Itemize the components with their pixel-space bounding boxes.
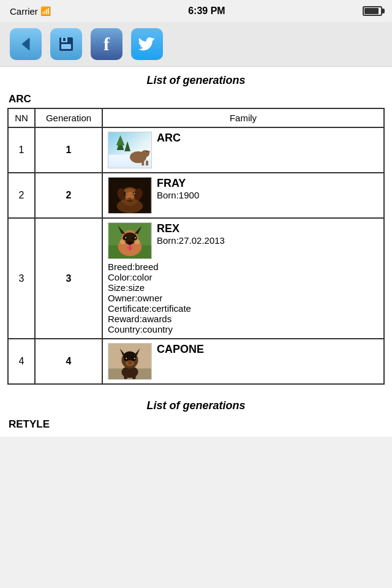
status-bar: Carrier 📶 6:39 PM xyxy=(0,0,392,22)
svg-rect-14 xyxy=(141,160,144,165)
row3-dog-image xyxy=(108,222,152,259)
row1-family[interactable]: ARC xyxy=(102,127,384,173)
col-header-nn: NN xyxy=(8,108,35,127)
col-header-family: Family xyxy=(102,108,384,127)
svg-rect-58 xyxy=(132,374,136,379)
row3-country: Country:country xyxy=(108,324,379,334)
svg-point-39 xyxy=(127,241,132,245)
row3-family[interactable]: REX Born:27.02.2013 Breed:breed xyxy=(102,218,384,339)
wifi-icon: 📶 xyxy=(40,6,51,16)
row1-dog-name: ARC xyxy=(157,132,181,145)
svg-point-13 xyxy=(146,151,148,152)
row4-dog-name: CAPONE xyxy=(157,343,204,356)
row2-dog-name: FRAY xyxy=(157,177,199,190)
svg-point-27 xyxy=(125,192,134,199)
row3-dog-details: Breed:breed Color:color Size:size Owner:… xyxy=(108,262,379,334)
row4-family[interactable]: CAPONE xyxy=(102,339,384,384)
svg-point-43 xyxy=(134,239,140,244)
save-button[interactable] xyxy=(50,28,82,60)
svg-point-53 xyxy=(126,358,127,359)
svg-rect-3 xyxy=(61,44,71,49)
row3-size: Size:size xyxy=(108,282,379,293)
row4-dog-image xyxy=(108,343,152,380)
row1-gen: 1 xyxy=(35,127,102,173)
carrier-text: Carrier 📶 xyxy=(10,6,51,17)
row3-breed: Breed:breed xyxy=(108,262,379,272)
row2-family[interactable]: FRAY Born:1900 xyxy=(102,173,384,218)
table-row: 2 2 xyxy=(8,173,384,218)
row2-nn: 2 xyxy=(8,173,35,218)
row3-nn: 3 xyxy=(8,218,35,339)
svg-point-56 xyxy=(126,360,134,366)
table-row: 4 4 xyxy=(8,339,384,384)
svg-point-42 xyxy=(120,239,126,244)
svg-point-38 xyxy=(135,237,136,238)
row4-gen: 4 xyxy=(35,339,102,384)
row3-color: Color:color xyxy=(108,272,379,282)
row3-dog-born: Born:27.02.2013 xyxy=(157,235,225,246)
footer-section: List of generations RETYLE xyxy=(0,392,392,437)
twitter-icon xyxy=(138,36,156,53)
generations-table: NN Generation Family 1 1 xyxy=(7,108,385,385)
svg-marker-0 xyxy=(22,38,29,50)
battery-icon xyxy=(363,6,382,16)
time-display: 6:39 PM xyxy=(188,6,225,17)
row3-certificate: Certificate:certificate xyxy=(108,303,379,314)
footer-title: List of generations xyxy=(7,392,385,416)
group-label: ARC xyxy=(7,91,385,108)
toolbar: f xyxy=(0,22,392,67)
svg-point-52 xyxy=(132,357,136,361)
table-row: 3 3 xyxy=(8,218,384,339)
row3-gen: 3 xyxy=(35,218,102,339)
svg-rect-15 xyxy=(146,160,148,165)
row1-dog-image xyxy=(108,132,152,168)
svg-point-54 xyxy=(134,358,135,359)
svg-rect-57 xyxy=(124,374,127,379)
save-icon xyxy=(58,36,75,53)
row3-dog-name: REX xyxy=(157,222,225,235)
svg-point-51 xyxy=(124,357,127,361)
page-title: List of generations xyxy=(7,67,385,91)
row3-reward: Reward:awards xyxy=(108,314,379,324)
row4-nn: 4 xyxy=(8,339,35,384)
back-button[interactable] xyxy=(10,28,42,60)
row2-dog-born: Born:1900 xyxy=(157,190,199,200)
footer-group-label: RETYLE xyxy=(7,416,385,433)
svg-point-37 xyxy=(125,237,126,238)
row2-dog-image xyxy=(108,177,152,214)
svg-rect-4 xyxy=(63,38,66,41)
main-content: List of generations ARC NN Generation Fa… xyxy=(0,67,392,392)
facebook-icon: f xyxy=(104,34,110,55)
twitter-button[interactable] xyxy=(131,28,163,60)
col-header-generation: Generation xyxy=(35,108,102,127)
row1-nn: 1 xyxy=(8,127,35,173)
facebook-button[interactable]: f xyxy=(91,28,123,60)
row3-owner: Owner:owner xyxy=(108,293,379,303)
row2-gen: 2 xyxy=(35,173,102,218)
table-row: 1 1 xyxy=(8,127,384,173)
back-arrow-icon xyxy=(17,36,34,53)
